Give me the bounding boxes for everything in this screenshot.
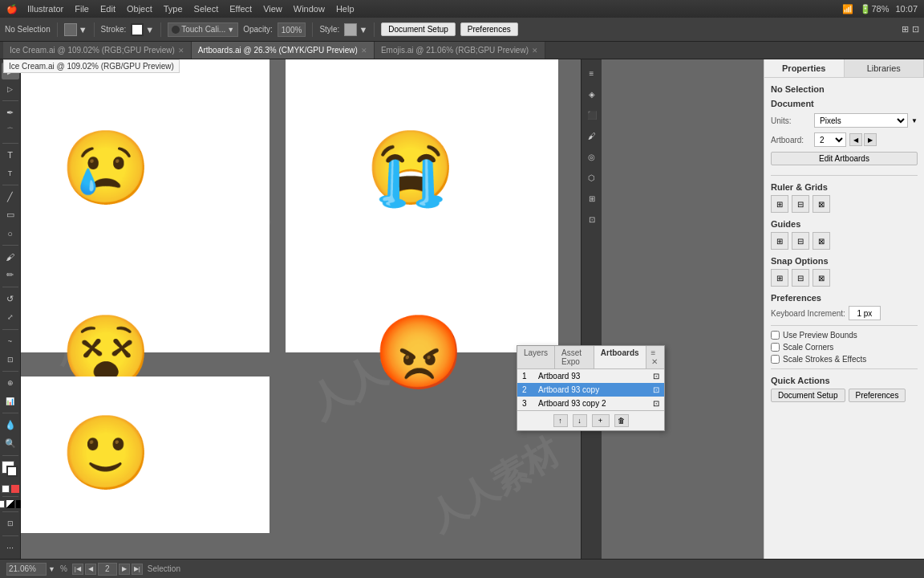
transform-icon[interactable]: ⊡ — [583, 210, 601, 228]
document-setup-btn[interactable]: Document Setup — [381, 22, 456, 36]
preferences-toolbar-btn[interactable]: Preferences — [460, 22, 518, 36]
tab-close-btn[interactable]: ✕ — [532, 47, 538, 55]
appearance-icon[interactable]: ⬡ — [583, 169, 601, 186]
swatches-icon[interactable]: ⬛ — [583, 106, 601, 124]
use-preview-bounds-checkbox[interactable] — [771, 331, 780, 340]
properties-tab[interactable]: Properties — [764, 59, 845, 77]
kb-increment-input[interactable] — [849, 306, 881, 320]
menu-illustrator[interactable]: Illustrator — [27, 4, 63, 14]
fill-mode-none[interactable] — [0, 500, 5, 508]
artboard-move-down-btn[interactable]: ↓ — [573, 414, 587, 427]
artboards-tab[interactable]: Artboards — [594, 346, 646, 368]
artboard-delete-btn[interactable]: 🗑 — [614, 414, 629, 427]
units-select[interactable]: Pixels Points Inches Millimeters — [814, 113, 908, 128]
menu-file[interactable]: File — [75, 4, 89, 14]
brushes-icon[interactable]: 🖌 — [583, 127, 601, 144]
zoom-dropdown-icon[interactable]: ▼ — [48, 565, 55, 573]
first-artboard-btn[interactable]: |◀ — [72, 564, 83, 575]
prev-artboard-btn[interactable]: ◀ — [849, 133, 862, 146]
artboard-add-btn[interactable]: + — [592, 414, 610, 427]
menu-edit[interactable]: Edit — [100, 4, 116, 14]
selection-tool[interactable]: ▶ — [2, 63, 19, 79]
next-artboard-nav-btn[interactable]: ▶ — [119, 564, 130, 575]
artboard-nav-icon-2[interactable]: ⊡ — [653, 385, 659, 394]
touch-cali-btn[interactable]: Touch Cali... — [181, 25, 225, 34]
white-swatch[interactable] — [2, 485, 10, 493]
fill-dropdown-icon[interactable]: ▼ — [79, 25, 87, 35]
graphic-style-icon[interactable]: ◈ — [583, 85, 601, 103]
menu-object[interactable]: Object — [127, 4, 152, 14]
expand-icon[interactable]: ⊡ — [912, 24, 919, 35]
tab-ice-cream[interactable]: Ice Cream.ai @ 109.02% (RGB;GPU Preview)… — [3, 42, 192, 59]
ruler-icon[interactable]: ⊞ — [771, 195, 788, 213]
symbols-icon[interactable]: ◎ — [583, 148, 601, 165]
chart-tool[interactable]: 📊 — [2, 393, 19, 410]
tab-close-btn[interactable]: ✕ — [361, 47, 367, 55]
stroke-panel-icon[interactable]: ≡ — [583, 64, 601, 82]
artboard-move-up-btn[interactable]: ↑ — [553, 414, 568, 427]
guides-icon[interactable]: ⊠ — [813, 195, 830, 213]
paintbrush-tool[interactable]: 🖌 — [2, 249, 19, 266]
fill-mode-normal[interactable] — [6, 500, 14, 508]
tab-close-btn[interactable]: ✕ — [178, 47, 184, 55]
asset-expo-tab[interactable]: Asset Expo — [555, 346, 594, 368]
tab-emojis[interactable]: Emojis.ai @ 21.06% (RGB;GPU Preview) ✕ — [375, 42, 545, 59]
direct-select-tool[interactable]: ▷ — [2, 81, 19, 98]
artboard-crop-tool[interactable]: ⊡ — [2, 515, 19, 532]
scale-tool[interactable]: ⤢ — [2, 309, 19, 326]
eyedropper-tool[interactable]: 💧 — [2, 417, 19, 434]
scale-strokes-checkbox[interactable] — [771, 355, 780, 364]
style-dropdown-icon[interactable]: ▼ — [359, 25, 367, 35]
pencil-tool[interactable]: ✏ — [2, 267, 19, 284]
canvas-area[interactable]: 人人素材 RRCG 人人素材 RRCG 人人素材 RRCG 人人素材 😢 😵 😭… — [21, 59, 764, 559]
scale-corners-checkbox[interactable] — [771, 343, 780, 352]
pen-tool[interactable]: ✒ — [2, 104, 19, 121]
zoom-tool[interactable]: 🔍 — [2, 435, 19, 452]
artboard-select[interactable]: 2 1 3 — [814, 132, 846, 147]
red-swatch[interactable] — [11, 485, 19, 493]
artboard-nav-icon-3[interactable]: ⊡ — [653, 399, 659, 408]
make-guides-icon[interactable]: ⊠ — [813, 232, 830, 250]
artboard-nav-icon-1[interactable]: ⊡ — [653, 372, 659, 381]
lock-guides-icon[interactable]: ⊟ — [792, 232, 809, 250]
stroke-swatch[interactable] — [6, 466, 18, 477]
curvature-tool[interactable]: ⌒ — [2, 123, 19, 140]
align-icon[interactable]: ⊞ — [583, 189, 601, 207]
stroke-dropdown-icon[interactable]: ▼ — [145, 25, 154, 35]
touch-dropdown-icon[interactable]: ▼ — [227, 26, 234, 34]
more-tools[interactable]: ··· — [2, 539, 19, 556]
menu-window[interactable]: Window — [294, 4, 325, 14]
menu-help[interactable]: Help — [336, 4, 355, 14]
ellipse-tool[interactable]: ○ — [2, 225, 19, 242]
arrange-icon[interactable]: ⊞ — [902, 24, 909, 35]
shape-builder-tool[interactable]: ⊕ — [2, 375, 19, 392]
menu-type[interactable]: Type — [164, 4, 183, 14]
menu-view[interactable]: View — [263, 4, 282, 14]
next-artboard-btn[interactable]: ▶ — [864, 133, 877, 146]
menu-effect[interactable]: Effect — [229, 4, 252, 14]
artboard-row-2[interactable]: 2 Artboard 93 copy ⊡ — [517, 383, 664, 397]
snap-grid-icon[interactable]: ⊞ — [771, 269, 788, 287]
touch-type-tool[interactable]: T — [2, 165, 19, 181]
menu-select[interactable]: Select — [194, 4, 219, 14]
edit-artboards-btn[interactable]: Edit Artboards — [771, 152, 918, 165]
quick-document-setup-btn[interactable]: Document Setup — [771, 389, 845, 402]
apple-icon[interactable]: 🍎 — [6, 4, 18, 14]
quick-preferences-btn[interactable]: Preferences — [849, 389, 906, 402]
prev-artboard-nav-btn[interactable]: ◀ — [85, 564, 96, 575]
layers-tab[interactable]: Layers — [517, 346, 555, 368]
rotate-tool[interactable]: ↺ — [2, 291, 19, 307]
artboard-row-1[interactable]: 1 Artboard 93 ⊡ — [517, 369, 664, 383]
snap-point-icon[interactable]: ⊟ — [792, 269, 809, 287]
libraries-tab[interactable]: Libraries — [845, 59, 925, 77]
snap-pixel-icon[interactable]: ⊠ — [813, 269, 830, 287]
rect-tool[interactable]: ▭ — [2, 207, 19, 224]
line-tool[interactable]: ╱ — [2, 189, 19, 206]
type-tool[interactable]: T — [2, 147, 19, 164]
tab-artboards[interactable]: Artboards.ai @ 26.3% (CMYK/GPU Preview) … — [192, 42, 375, 59]
show-guides-icon[interactable]: ⊞ — [771, 232, 788, 250]
artboard-row-3[interactable]: 3 Artboard 93 copy 2 ⊡ — [517, 397, 664, 410]
panel-close-btn[interactable]: ≡ ✕ — [646, 346, 664, 368]
grid-icon[interactable]: ⊟ — [792, 195, 809, 213]
zoom-input[interactable] — [6, 563, 47, 576]
